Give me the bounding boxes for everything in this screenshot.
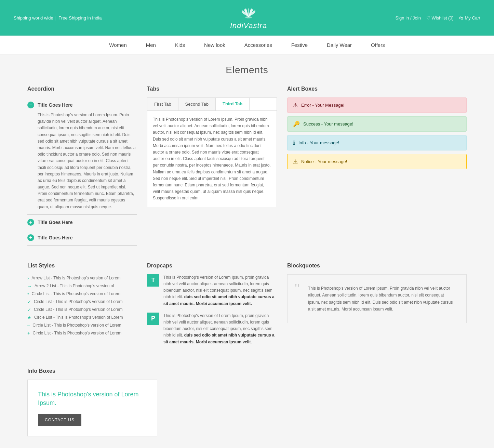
- row-3: Info Boxes This is Photoshop's version o…: [27, 368, 467, 436]
- bag-icon: 🛍: [459, 15, 464, 21]
- info-box: This is Photoshop's version of Lorem Ips…: [27, 380, 157, 436]
- accordion-title: Accordion: [27, 86, 137, 92]
- dropcap-letter-P: P: [147, 313, 159, 325]
- notice-icon: ⚠: [293, 158, 298, 165]
- dropcap-item-2: P This is Photoshop's version of Lorem I…: [147, 313, 277, 345]
- list-item: ✓ Circle List - This is Photoshop's vers…: [27, 306, 137, 314]
- dropcap-item-1: T This is Photoshop's version of Lorem I…: [147, 274, 277, 307]
- tabs-container: First Tab Second Tab Third Tab This is P…: [147, 97, 277, 207]
- wishlist-link[interactable]: ♡ Wishlist (0): [426, 15, 454, 21]
- blockquote-box: " This is Photoshop's version of Lorem I…: [287, 274, 467, 324]
- success-icon: 🔑: [293, 121, 300, 127]
- tab-active-content: This is Photoshop's version of Lorem Ips…: [147, 111, 277, 207]
- info-boxes-title: Info Boxes: [27, 368, 467, 374]
- lotus-icon: [238, 6, 259, 20]
- tab-third[interactable]: Third Tab: [216, 98, 250, 110]
- tab-second[interactable]: Second Tab: [178, 98, 216, 110]
- tabs-title: Tabs: [147, 86, 277, 92]
- alert-info-text: Info - Your message!: [298, 140, 339, 145]
- list-text-7: Circle List - This is Photoshop's versio…: [32, 323, 121, 328]
- nav-menu: Women Men Kids New look Accessories Fest…: [0, 36, 494, 54]
- list-marker-8: +: [27, 331, 30, 336]
- accordion-plus-icon-2: +: [27, 219, 34, 226]
- list-text-5: Circle List - This is Photoshop's versio…: [34, 307, 123, 312]
- wishlist-text: Wishlist (0): [432, 15, 454, 21]
- accordion-item-1-label: Title Goes Here: [38, 102, 72, 108]
- logo-area: IndiVastra: [230, 3, 267, 33]
- separator: |: [55, 15, 56, 21]
- contact-us-button[interactable]: CONTACT US: [38, 414, 81, 426]
- list-marker-4: ✓: [27, 299, 31, 304]
- blockquote-text: This is Photoshop's version of Lorem Ips…: [308, 285, 456, 313]
- error-icon: ⚠: [293, 102, 298, 108]
- list-text-1: Arrow List - This is Photoshop's version…: [31, 276, 120, 280]
- dropcaps-title: Dropcaps: [147, 263, 277, 269]
- accordion-item-3: + Title Goes Here: [27, 230, 137, 246]
- nav-bar: Women Men Kids New look Accessories Fest…: [0, 36, 494, 54]
- nav-kids[interactable]: Kids: [165, 36, 195, 54]
- list-marker-1: ›: [27, 276, 29, 281]
- blockquotes-section: Blockquotes " This is Photoshop's versio…: [287, 263, 467, 324]
- top-bar-right: Sign in / Join ♡ Wishlist (0) 🛍 My Cart: [396, 15, 480, 21]
- list-styles-title: List Styles: [27, 263, 137, 269]
- alert-error: ⚠ Error - Your Message!: [287, 97, 467, 113]
- list-text-4: Circle List - This is Photoshop's versio…: [34, 299, 123, 304]
- list-marker-6: ★: [27, 315, 31, 320]
- dropcaps-section: Dropcaps T This is Photoshop's version o…: [147, 263, 277, 351]
- accordion-item-3-label: Title Goes Here: [38, 235, 72, 240]
- nav-women[interactable]: Women: [99, 36, 136, 54]
- dropcap-text-2: This is Photoshop's version of Lorem Ips…: [163, 313, 277, 345]
- list-item: • Circle List - This is Photoshop's vers…: [27, 290, 137, 298]
- cart-link[interactable]: 🛍 My Cart: [459, 15, 480, 21]
- list-item: › Arrow List - This is Photoshop's versi…: [27, 274, 137, 282]
- info-box-text: This is Photoshop's version of Lorem Ips…: [38, 390, 147, 407]
- nav-offers[interactable]: Offers: [361, 36, 395, 54]
- accordion-item-2-label: Title Goes Here: [38, 220, 72, 225]
- alert-info: ℹ Info - Your message!: [287, 135, 467, 150]
- nav-accessories[interactable]: Accessories: [235, 36, 282, 54]
- list-marker-3: •: [27, 291, 29, 297]
- accordion-header-2[interactable]: + Title Goes Here: [27, 219, 137, 226]
- free-shipping-text: Free Shipping in India: [58, 15, 102, 21]
- list-item: – Circle List - This is Photoshop's vers…: [27, 321, 137, 329]
- tabs-section: Tabs First Tab Second Tab Third Tab This…: [147, 86, 277, 207]
- accordion-header-3[interactable]: + Title Goes Here: [27, 234, 137, 241]
- list-item: ✓ Circle List - This is Photoshop's vers…: [27, 298, 137, 306]
- nav-festive[interactable]: Festive: [282, 36, 317, 54]
- list-item: ★ Circle List - This is Photoshop's vers…: [27, 314, 137, 321]
- alert-notice: ⚠ Notice - Your message!: [287, 154, 467, 169]
- row-1: Accordion − Title Goes Here This is Phot…: [27, 86, 467, 246]
- info-icon: ℹ: [293, 140, 295, 146]
- nav-newlook[interactable]: New look: [195, 36, 235, 54]
- accordion-item-2: + Title Goes Here: [27, 215, 137, 230]
- accordion-plus-icon-3: +: [27, 234, 34, 241]
- list-marker-2: →: [27, 284, 32, 289]
- list-text-8: Circle List - This is Photoshop's versio…: [33, 331, 122, 335]
- dropcap-letter-T: T: [147, 274, 159, 287]
- tabs-nav: First Tab Second Tab Third Tab: [147, 98, 277, 111]
- list-item: + Circle List - This is Photoshop's vers…: [27, 329, 137, 337]
- alert-error-text: Error - Your Message!: [301, 103, 344, 108]
- quote-mark-icon: ": [294, 281, 300, 295]
- page-title: Elements: [27, 65, 467, 76]
- alerts-section: Alert Boxes ⚠ Error - Your Message! 🔑 Su…: [287, 86, 467, 173]
- signin-link[interactable]: Sign in / Join: [396, 15, 421, 21]
- list-marker-5: ✓: [27, 307, 31, 312]
- tab-first[interactable]: First Tab: [147, 98, 178, 110]
- top-bar-left: Shipping world wide | Free Shipping in I…: [14, 15, 102, 21]
- nav-men[interactable]: Men: [136, 36, 165, 54]
- alert-success-text: Success - Your message!: [303, 121, 353, 127]
- list-text-3: Circle List - This is Photoshop's versio…: [32, 291, 121, 296]
- blockquotes-title: Blockquotes: [287, 263, 467, 269]
- svg-point-0: [245, 17, 252, 18]
- brand-name[interactable]: IndiVastra: [230, 21, 267, 30]
- list-marker-7: –: [27, 323, 30, 328]
- main-content: Elements Accordion − Title Goes Here Thi…: [0, 54, 494, 448]
- accordion-item-1: − Title Goes Here This is Photoshop's ve…: [27, 97, 137, 215]
- accordion-header-1[interactable]: − Title Goes Here: [27, 102, 137, 108]
- dropcap-text-1: This is Photoshop's version of Lorem Ips…: [163, 274, 277, 307]
- heart-icon: ♡: [426, 15, 430, 21]
- accordion-body-1: This is Photoshop's version of Lorem Ips…: [27, 108, 137, 210]
- nav-dailywear[interactable]: Daily Wear: [317, 36, 361, 54]
- list-text-6: Circle List - This is Photoshop's versio…: [34, 315, 123, 320]
